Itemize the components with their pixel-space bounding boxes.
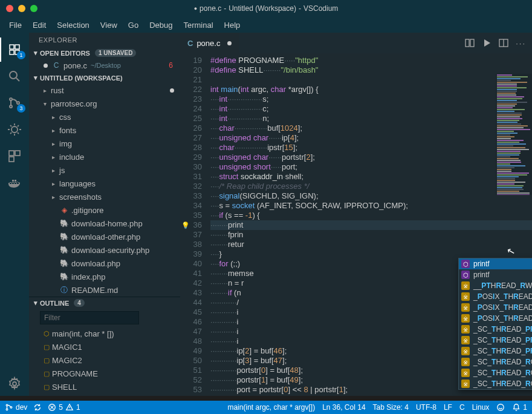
menu-selection[interactable]: Selection (53, 19, 93, 31)
constant-icon: ※ (461, 347, 470, 355)
outline-item[interactable]: ▢SHELL (29, 380, 180, 393)
outline-item[interactable]: ▢PROGNAME (29, 367, 180, 380)
editor: C pone.c ··· 💡 1920212223242526272829303… (180, 33, 532, 396)
docker-icon[interactable] (0, 171, 29, 195)
tree-item[interactable]: 🐘download-other.php (29, 230, 180, 243)
c-file-icon: C (187, 39, 193, 48)
svg-point-13 (6, 409, 8, 410)
suggest-item[interactable]: ※_POSIX_THREAD_ROBUST_PRIO_INHERIT (459, 313, 532, 324)
more-actions-icon[interactable]: ··· (516, 39, 526, 48)
extensions-icon[interactable] (0, 144, 29, 168)
suggest-item[interactable]: ※_SC_THREAD_ROBUST_PRIO_INHERIT (459, 378, 532, 389)
problems-item[interactable]: 5 1 (48, 403, 80, 412)
feedback-icon[interactable] (496, 403, 505, 412)
minimize-window-button[interactable] (18, 5, 25, 12)
split-editor-icon[interactable] (499, 38, 508, 48)
suggest-item[interactable]: ※_POSIX_THREAD_PRIO_INHERIT (459, 302, 532, 313)
suggest-item[interactable]: ※_SC_THREAD_PRIO_INHERIT (459, 346, 532, 356)
svg-point-16 (498, 404, 504, 411)
svg-rect-10 (470, 39, 474, 47)
tree-item[interactable]: ◈.gitignore (29, 203, 180, 217)
eol-item[interactable]: LF (444, 403, 452, 412)
file-icon: ⓘ (59, 285, 69, 295)
outline-filter-input[interactable] (40, 311, 139, 324)
outline-item[interactable]: ⬡main(int, char * []) (29, 327, 180, 340)
settings-gear-icon[interactable] (0, 372, 29, 396)
suggest-item[interactable]: ※_SC_THREAD_ROBUST_PRIO_INHERIT (459, 356, 532, 367)
close-window-button[interactable] (6, 5, 13, 12)
suggest-item[interactable]: ※_SC_THREAD_PRIO_INHERIT (459, 324, 532, 335)
suggest-item[interactable]: ⬡printfint printf(const char *__restrict… (459, 258, 532, 269)
menu-help[interactable]: Help (220, 19, 245, 31)
constant-icon: ※ (461, 292, 470, 301)
search-icon[interactable] (0, 64, 29, 88)
autocomplete-popup[interactable]: ⬡printfint printf(const char *__restrict… (458, 258, 532, 390)
constant-icon: ※ (461, 303, 470, 312)
menu-terminal[interactable]: Terminal (179, 19, 217, 31)
outline-section[interactable]: ▾OUTLINE 4 (29, 297, 180, 309)
tree-item[interactable]: ▸screenshots (29, 190, 180, 203)
symbol-icon: ▢ (44, 356, 50, 364)
menu-debug[interactable]: Debug (145, 19, 177, 31)
maximize-window-button[interactable] (30, 5, 37, 12)
tree-item[interactable]: ▸css (29, 110, 180, 123)
breadcrumb-item[interactable]: main(int argc, char * argv[]) (227, 403, 315, 412)
outline-item[interactable]: ▢MAGIC2 (29, 353, 180, 367)
open-editors-section[interactable]: ▾OPEN EDITORS 1 UNSAVED (29, 47, 180, 59)
run-icon[interactable] (482, 38, 491, 48)
cursor-position-item[interactable]: Ln 36, Col 14 (322, 403, 365, 412)
tree-item[interactable]: ▸fonts (29, 123, 180, 137)
menu-file[interactable]: File (5, 19, 26, 31)
git-branch-item[interactable]: dev (5, 403, 27, 412)
language-item[interactable]: C (459, 403, 465, 412)
tree-item[interactable]: 🐘index.php (29, 270, 180, 283)
method-icon: ⬡ (461, 271, 470, 279)
source-control-icon[interactable]: 3 (0, 91, 29, 115)
suggest-item[interactable]: ※__PTHREAD_RWLOCK_INT_FLAGS_SHARED (459, 280, 532, 291)
sidebar-title: EXPLORER (29, 33, 180, 47)
tree-item[interactable]: 🐘download-security.php (29, 243, 180, 257)
svg-rect-5 (9, 151, 14, 156)
unsaved-badge: 1 UNSAVED (95, 49, 137, 57)
svg-point-0 (10, 71, 17, 79)
tab-size-item[interactable]: Tab Size: 4 (373, 403, 409, 412)
notifications-icon[interactable]: 1 (512, 403, 527, 412)
sidebar: EXPLORER ▾OPEN EDITORS 1 UNSAVED C pone.… (29, 33, 180, 396)
workspace-section[interactable]: ▾UNTITLED (WORKSPACE) (29, 72, 180, 84)
menu-edit[interactable]: Edit (28, 19, 50, 31)
tree-item[interactable]: ▸include (29, 150, 180, 163)
tree-item[interactable]: 🐘download-home.php (29, 217, 180, 230)
outline-item[interactable]: ▢MAGIC1 (29, 340, 180, 353)
tree-item[interactable]: ⓘREADME.md (29, 283, 180, 297)
tree-item[interactable]: ▸img (29, 137, 180, 150)
svg-rect-7 (9, 157, 14, 162)
menu-view[interactable]: View (96, 19, 122, 31)
modified-indicator-icon (170, 88, 174, 93)
suggest-item[interactable]: ※_SC_THREAD_PRIO_INHERIT (459, 335, 532, 346)
error-count: 6 (169, 61, 173, 70)
os-item[interactable]: Linux (472, 403, 490, 412)
svg-point-4 (11, 126, 18, 133)
tree-item[interactable]: ▸rust (29, 84, 180, 97)
tree-item[interactable]: ▸languages (29, 177, 180, 190)
open-editor-item[interactable]: C pone.c ~/Desktop 6 (29, 59, 180, 72)
explorer-icon[interactable]: 1 (0, 38, 29, 62)
constant-icon: ※ (461, 281, 470, 290)
svg-rect-6 (15, 151, 20, 156)
suggest-item[interactable]: ※_SC_THREAD_ROBUST_PRIO_INHERIT (459, 367, 532, 378)
status-bar: dev 5 1 main(int argc, char * argv[]) Ln… (0, 401, 532, 414)
modified-indicator-icon (44, 64, 48, 68)
sync-item[interactable] (33, 403, 42, 412)
tree-item[interactable]: 🐘download.php (29, 257, 180, 270)
tab-pone-c[interactable]: C pone.c (180, 33, 239, 53)
debug-icon[interactable] (0, 117, 29, 142)
lightbulb-icon[interactable]: 💡 (181, 220, 190, 230)
encoding-item[interactable]: UTF-8 (416, 403, 436, 412)
suggest-item[interactable]: ⬡printf (459, 269, 532, 280)
tree-item[interactable]: ▾parrotsec.org (29, 97, 180, 110)
menu-go[interactable]: Go (124, 19, 143, 31)
file-icon: 🐘 (59, 272, 69, 281)
tree-item[interactable]: ▸js (29, 163, 180, 177)
compare-changes-icon[interactable] (465, 38, 475, 48)
suggest-item[interactable]: ※_POSIX_THREAD_PRIO_INHERIT (459, 291, 532, 302)
